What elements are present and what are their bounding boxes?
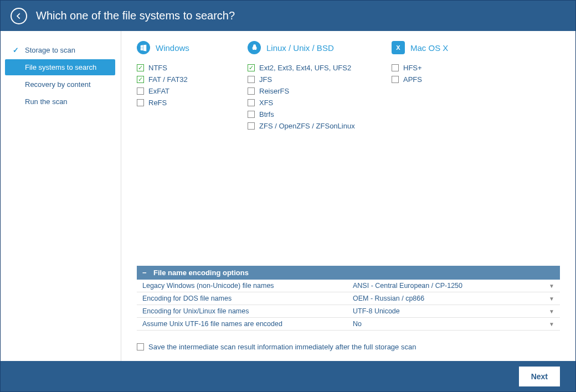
chevron-down-icon: ▼	[549, 308, 554, 314]
fs-option-linux-3[interactable]: XFS	[248, 97, 358, 109]
fs-option-windows-2[interactable]: ExFAT	[137, 85, 214, 97]
checkbox-icon	[137, 99, 144, 106]
sidebar-item-1[interactable]: File systems to search	[5, 59, 115, 75]
checkbox-icon	[248, 87, 255, 95]
sidebar-item-label: Storage to scan	[25, 46, 75, 54]
encoding-panel: − File name encoding options Legacy Wind…	[137, 266, 560, 331]
next-button[interactable]: Next	[519, 367, 560, 386]
checkbox-icon	[392, 64, 399, 71]
checkbox-icon	[248, 64, 255, 71]
spacer	[137, 132, 560, 260]
save-intermediate-label: Save the intermediate scan result inform…	[148, 343, 416, 351]
encoding-value: No	[353, 320, 362, 328]
save-intermediate-option[interactable]: Save the intermediate scan result inform…	[137, 343, 560, 351]
encoding-dropdown-1[interactable]: OEM - Russian / cp866▼	[347, 292, 560, 305]
sidebar-item-label: Run the scan	[25, 97, 68, 106]
checkbox-icon	[248, 111, 255, 118]
encoding-dropdown-0[interactable]: ANSI - Central European / CP-1250▼	[347, 280, 560, 292]
fs-group-title: Windows	[156, 43, 189, 53]
encoding-label: Encoding for Unix/Linux file names	[137, 305, 347, 317]
fs-option-label: HFS+	[403, 64, 422, 72]
fs-option-linux-0[interactable]: Ext2, Ext3, Ext4, UFS, UFS2	[248, 62, 358, 74]
checkbox-icon	[137, 87, 144, 95]
encoding-label: Encoding for DOS file names	[137, 292, 347, 305]
checkbox-icon	[248, 76, 255, 83]
fs-option-label: Btrfs	[259, 110, 274, 118]
encoding-label: Assume Unix UTF-16 file names are encode…	[137, 318, 347, 330]
fs-option-label: NTFS	[148, 64, 167, 72]
fs-option-label: ReFS	[148, 99, 167, 107]
encoding-panel-header[interactable]: − File name encoding options	[137, 266, 560, 280]
fs-option-mac-0[interactable]: HFS+	[392, 62, 469, 74]
fs-option-label: XFS	[259, 99, 273, 107]
collapse-icon: −	[142, 269, 148, 277]
fs-option-label: ZFS / OpenZFS / ZFSonLinux	[259, 122, 355, 130]
fs-option-linux-4[interactable]: Btrfs	[248, 109, 358, 120]
fs-option-label: JFS	[259, 75, 272, 84]
page-title: Which one of the file systems to search?	[36, 9, 235, 22]
sidebar-item-3[interactable]: Run the scan	[5, 94, 115, 110]
fs-option-linux-5[interactable]: ZFS / OpenZFS / ZFSonLinux	[248, 120, 358, 132]
fs-group-title: Linux / Unix / BSD	[266, 43, 334, 53]
fs-group-mac: XMac OS XHFS+APFS	[392, 41, 469, 132]
encoding-row-3: Assume Unix UTF-16 file names are encode…	[137, 318, 560, 331]
encoding-row-2: Encoding for Unix/Linux file namesUTF-8 …	[137, 305, 560, 318]
sidebar-item-0[interactable]: Storage to scan	[5, 42, 115, 58]
body: Storage to scanFile systems to searchRec…	[1, 31, 575, 361]
encoding-value: OEM - Russian / cp866	[353, 295, 424, 302]
fs-group-header-windows[interactable]: Windows	[137, 41, 214, 54]
sidebar-item-label: Recovery by content	[25, 80, 91, 89]
fs-group-header-linux[interactable]: Linux / Unix / BSD	[248, 41, 358, 54]
fs-option-windows-1[interactable]: FAT / FAT32	[137, 74, 214, 85]
header: Which one of the file systems to search?	[1, 1, 575, 31]
sidebar: Storage to scanFile systems to searchRec…	[5, 31, 121, 361]
fs-option-label: ExFAT	[148, 87, 169, 95]
checkbox-icon	[137, 64, 144, 71]
fs-option-mac-1[interactable]: APFS	[392, 74, 469, 85]
fs-option-label: Ext2, Ext3, Ext4, UFS, UFS2	[259, 64, 351, 72]
fs-group-linux: Linux / Unix / BSDExt2, Ext3, Ext4, UFS,…	[248, 41, 358, 132]
windows-icon	[137, 41, 150, 54]
encoding-panel-title: File name encoding options	[153, 269, 249, 277]
encoding-dropdown-2[interactable]: UTF-8 Unicode▼	[347, 305, 560, 317]
chevron-down-icon: ▼	[549, 321, 554, 327]
main: WindowsNTFSFAT / FAT32ExFATReFSLinux / U…	[121, 31, 575, 361]
chevron-down-icon: ▼	[549, 283, 554, 289]
fs-option-windows-3[interactable]: ReFS	[137, 97, 214, 109]
encoding-value: ANSI - Central European / CP-1250	[353, 282, 462, 290]
fs-option-windows-0[interactable]: NTFS	[137, 62, 214, 74]
checkbox-icon	[248, 122, 255, 130]
encoding-value: UTF-8 Unicode	[353, 307, 400, 315]
chevron-down-icon: ▼	[549, 296, 554, 302]
fs-option-linux-1[interactable]: JFS	[248, 74, 358, 85]
encoding-row-0: Legacy Windows (non-Unicode) file namesA…	[137, 280, 560, 292]
fs-option-label: APFS	[403, 75, 422, 84]
fs-option-label: ReiserFS	[259, 87, 289, 95]
fs-option-label: FAT / FAT32	[148, 75, 188, 84]
back-button[interactable]	[11, 8, 27, 24]
encoding-label: Legacy Windows (non-Unicode) file names	[137, 280, 347, 292]
fs-group-header-mac[interactable]: XMac OS X	[392, 41, 469, 54]
checkbox-icon	[248, 99, 255, 106]
arrow-left-icon	[15, 12, 23, 20]
checkbox-icon	[137, 343, 144, 350]
encoding-dropdown-3[interactable]: No▼	[347, 318, 560, 330]
encoding-row-1: Encoding for DOS file namesOEM - Russian…	[137, 292, 560, 305]
checkbox-icon	[392, 76, 399, 83]
fs-option-linux-2[interactable]: ReiserFS	[248, 85, 358, 97]
footer: Next	[1, 361, 575, 391]
mac-icon: X	[392, 41, 405, 54]
sidebar-item-2[interactable]: Recovery by content	[5, 76, 115, 92]
fs-group-windows: WindowsNTFSFAT / FAT32ExFATReFS	[137, 41, 214, 132]
filesystem-groups: WindowsNTFSFAT / FAT32ExFATReFSLinux / U…	[137, 41, 560, 132]
fs-group-title: Mac OS X	[410, 43, 448, 53]
checkbox-icon	[137, 76, 144, 83]
sidebar-item-label: File systems to search	[25, 63, 96, 71]
linux-icon	[248, 41, 261, 54]
